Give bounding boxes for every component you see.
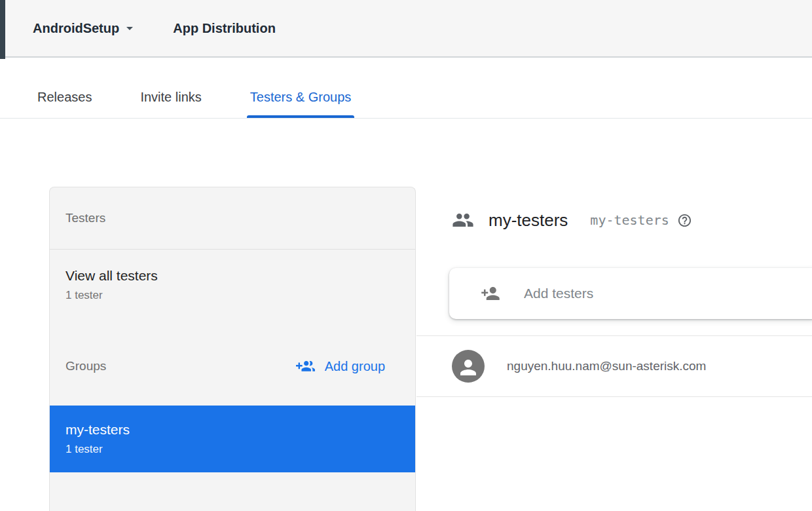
page-title: App Distribution <box>173 21 276 36</box>
project-name: AndroidSetup <box>33 21 119 36</box>
chevron-down-icon <box>122 20 138 36</box>
add-testers-card <box>449 268 812 319</box>
view-all-testers-label: View all testers <box>65 268 399 284</box>
testers-panel: Testers View all testers 1 tester Groups… <box>49 187 416 511</box>
add-testers-input[interactable] <box>523 285 728 302</box>
tab-releases[interactable]: Releases <box>34 90 95 118</box>
group-people-icon <box>452 209 474 231</box>
group-detail-title: my-testers <box>489 210 568 231</box>
group-detail-header: my-testers my-testers <box>416 187 812 231</box>
tab-bar: Releases Invite links Testers & Groups <box>0 59 812 119</box>
add-group-icon <box>296 357 315 376</box>
person-icon <box>456 356 480 379</box>
tester-email: nguyen.huu.nam@sun-asterisk.com <box>507 359 706 373</box>
tester-avatar <box>452 350 485 383</box>
tester-row: nguyen.huu.nam@sun-asterisk.com <box>416 335 812 397</box>
tester-list: nguyen.huu.nam@sun-asterisk.com <box>416 335 812 397</box>
groups-label: Groups <box>65 359 106 373</box>
testers-panel-title: Testers <box>65 211 105 225</box>
add-group-label: Add group <box>325 359 385 374</box>
testers-panel-header: Testers <box>50 187 415 250</box>
group-list-item-my-testers[interactable]: my-testers 1 tester <box>50 406 415 472</box>
nav-drawer-edge <box>0 0 5 59</box>
view-all-testers-item[interactable]: View all testers 1 tester <box>50 250 415 319</box>
project-selector[interactable]: AndroidSetup <box>33 20 138 36</box>
group-item-name: my-testers <box>65 422 399 438</box>
group-detail-pane: my-testers my-testers nguyen.huu.nam@sun… <box>416 187 812 511</box>
group-detail-id: my-testers <box>590 212 669 228</box>
tab-invite-links[interactable]: Invite links <box>137 90 204 118</box>
topbar: AndroidSetup App Distribution <box>0 0 812 58</box>
add-person-icon <box>481 284 500 303</box>
app-distribution-screen: AndroidSetup App Distribution Releases I… <box>0 0 812 511</box>
groups-row: Groups Add group <box>50 348 415 385</box>
view-all-testers-count: 1 tester <box>65 289 399 302</box>
add-group-button[interactable]: Add group <box>296 357 385 376</box>
help-icon[interactable] <box>677 213 692 228</box>
group-item-count: 1 tester <box>65 443 399 456</box>
tab-testers-groups[interactable]: Testers & Groups <box>247 90 355 118</box>
